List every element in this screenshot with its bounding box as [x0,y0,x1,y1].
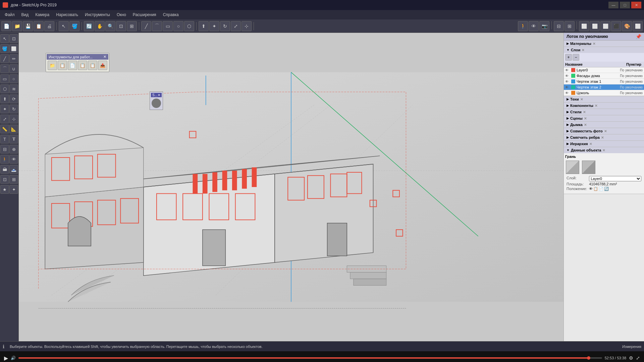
ft-btn-2[interactable]: 📋 [58,61,67,70]
layers-close[interactable]: ✕ [582,48,584,52]
pos-icon-3[interactable]: 📄 [599,187,603,191]
scenes-header[interactable]: ▶ Сцены ✕ [564,115,644,121]
tool-sandbox2[interactable]: 🏔 [0,165,9,174]
tool-scale[interactable]: ⤢ [0,115,9,123]
components-header[interactable]: ▶ Компоненты ✕ [564,103,644,109]
tool-measure[interactable]: 📏 [0,125,9,133]
ft-btn-6[interactable]: 📤 [98,61,107,70]
tool-sandbox[interactable]: ≋ [9,84,18,93]
toolbar-open[interactable]: 📁 [12,21,22,31]
shadows-header[interactable]: ▶ Тени ✕ [564,96,644,102]
tool-arc[interactable]: ⌒ [0,64,9,73]
toolbar-line[interactable]: ╱ [141,21,151,31]
object-data-close[interactable]: ✕ [602,148,605,152]
menu-view[interactable]: Вид [18,11,32,18]
settings-icon[interactable]: ⚙ [629,355,633,361]
toolbar-shaded[interactable]: ⬛ [611,21,621,31]
toolbar-zoom[interactable]: 🔍 [105,21,115,31]
tool-rotate[interactable]: ↻ [9,105,18,113]
layer-row-2[interactable]: 👁 Чертеж этаж 1 По умолчанию [564,79,644,84]
layer-visible-0[interactable]: 👁 [565,68,571,72]
layer-select[interactable]: Layer0 [589,176,641,181]
toolbar-section-plane[interactable]: ⊟ [554,21,564,31]
progress-bar[interactable] [18,357,602,359]
tool-extra1[interactable]: ⊡ [0,175,9,184]
float-toolbar-title[interactable]: Инструменты для работ... ✕ [47,54,108,60]
tool-line[interactable]: ╱ [0,54,9,63]
toolbar-offset[interactable]: ⊹ [241,21,252,31]
ft-btn-1[interactable]: 📁 [48,61,57,70]
toolbar-zoom-extent[interactable]: ⊡ [116,21,126,31]
match-photo-header[interactable]: ▶ Совместить фото ✕ [564,128,644,134]
ft-btn-5[interactable]: 📋 [88,61,97,70]
tool-extra4[interactable]: ✦ [9,185,18,194]
fog-close[interactable]: ✕ [584,123,587,127]
toolbar-rotate[interactable]: ↻ [220,21,230,31]
tool-paint[interactable]: 🪣 [0,44,9,53]
hierarchy-close[interactable]: ✕ [589,142,592,146]
remove-layer-btn[interactable]: − [573,54,579,61]
minimize-button[interactable]: — [608,2,619,8]
toolbar-save[interactable]: 💾 [23,21,33,31]
layer-visible-3[interactable]: 👁 [565,85,571,89]
tool-walk[interactable]: 🚶 [0,155,9,164]
menu-help[interactable]: Справка [160,11,182,18]
menu-file[interactable]: Файл [1,11,18,18]
layer-row-1[interactable]: 👁 Фасады дома По умолчанию [564,73,644,79]
toolbar-zoom-camera[interactable]: 📷 [539,21,549,31]
tool-freehand[interactable]: ✏ [9,54,18,63]
styles-header[interactable]: ▶ Стили ✕ [564,109,644,115]
toolbar-polygon[interactable]: ⬡ [184,21,194,31]
tool-section-plane[interactable]: ⊟ [0,145,9,154]
toolbar-arc[interactable]: ⌒ [152,21,162,31]
object-data-header[interactable]: ▼ Данные объекта ✕ [564,147,644,153]
fog-header[interactable]: ▶ Дымка ✕ [564,122,644,128]
tool-polygon[interactable]: ⬡ [0,84,9,93]
tool-protractor[interactable]: 📐 [9,125,18,133]
toolbar-paint[interactable]: 🪣 [69,21,79,31]
toolbar-look-around[interactable]: 👁 [529,21,539,31]
small-float-orbit[interactable] [152,99,161,108]
toolbar-orbit[interactable]: 🔄 [84,21,94,31]
fullscreen-icon[interactable]: ⤢ [636,355,640,361]
toolbar-select[interactable]: ↖ [59,21,69,31]
layer-visible-1[interactable]: 👁 [565,74,571,78]
canvas-area[interactable]: Инструменты для работ... ✕ 📁 📋 📄 📋 📋 📤 S… [19,33,564,341]
close-button[interactable]: ✕ [631,2,641,8]
tool-rect[interactable]: ▭ [0,74,9,83]
tool-extra2[interactable]: ⊞ [9,175,18,184]
layer-row-3[interactable]: 👁 Чертеж этаж 2 По умолчанию [564,84,644,90]
tool-follow-me[interactable]: ⟳ [9,95,18,103]
soften-edges-close[interactable]: ✕ [601,136,604,139]
toolbar-rect[interactable]: ▭ [163,21,173,31]
tool-look-around[interactable]: 👁 [9,155,18,164]
tool-move[interactable]: ✦ [0,105,9,113]
play-button[interactable]: ▶ [4,355,8,361]
toolbar-save-as[interactable]: 📋 [34,21,44,31]
menu-extensions[interactable]: Расширения [129,11,160,18]
toolbar-pan[interactable]: ✋ [95,21,105,31]
tool-circle[interactable]: ○ [9,74,18,83]
layer-visible-2[interactable]: 👁 [565,80,571,83]
ft-btn-4[interactable]: 📋 [78,61,87,70]
tool-eraser[interactable]: ⬜ [9,44,18,53]
toolbar-wireframe[interactable]: ⬜ [590,21,600,31]
toolbar-new[interactable]: 📄 [1,21,11,31]
tool-3d-text[interactable]: 𝐓 [9,135,18,143]
styles-close[interactable]: ✕ [583,110,586,114]
toolbar-walk[interactable]: 🚶 [518,21,528,31]
tool-extra3[interactable]: ★ [0,185,9,194]
tool-axes[interactable]: ⊕ [9,145,18,154]
toolbar-circle[interactable]: ○ [173,21,183,31]
tool-text[interactable]: T [0,135,9,143]
layers-header[interactable]: ▼ Слои ✕ [564,47,644,53]
menu-camera[interactable]: Камера [32,11,53,18]
layer-row-0[interactable]: 👁 Layer0 По умолчанию [564,67,644,73]
toolbar-move[interactable]: ✦ [209,21,219,31]
layer-visible-4[interactable]: 👁 [565,91,571,95]
small-float-close[interactable]: ✕ [158,93,160,97]
hierarchy-header[interactable]: ▶ Иерархия ✕ [564,141,644,147]
toolbar-push-pull[interactable]: ⬆ [199,21,209,31]
volume-icon[interactable]: 🔊 [11,356,16,360]
components-close[interactable]: ✕ [595,104,597,108]
